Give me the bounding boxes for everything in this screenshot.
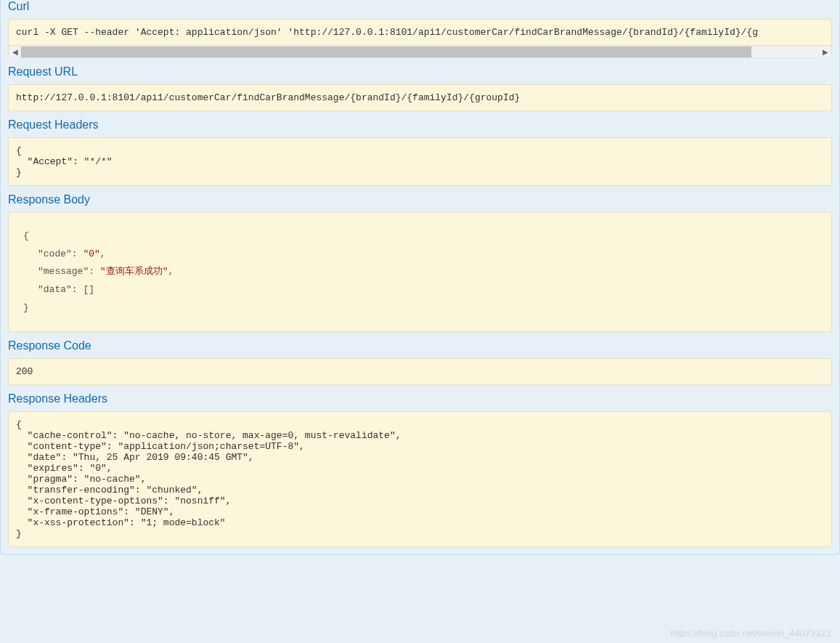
scrollbar-track[interactable]: [21, 46, 819, 57]
curl-block: curl -X GET --header 'Accept: applicatio…: [8, 19, 832, 58]
response-body-block[interactable]: { "code": "0", "message": "查询车系成功", "dat…: [8, 212, 832, 332]
scrollbar-thumb[interactable]: [21, 46, 751, 57]
response-headers-heading: Response Headers: [8, 392, 832, 405]
request-url-block[interactable]: http://127.0.0.1:8101/api1/customerCar/f…: [8, 84, 832, 111]
scroll-left-icon[interactable]: ◀: [9, 46, 21, 58]
json-brace-open: {: [23, 230, 29, 241]
json-key-code: "code": [38, 248, 72, 259]
request-headers-heading: Request Headers: [8, 118, 832, 132]
scroll-right-icon[interactable]: ▶: [819, 46, 831, 58]
json-val-data: []: [83, 284, 94, 295]
response-headers-block[interactable]: { "cache-control": "no-cache, no-store, …: [8, 411, 832, 547]
json-val-code: "0": [83, 248, 99, 259]
curl-heading: Curl: [8, 0, 832, 13]
response-code-heading: Response Code: [8, 339, 832, 352]
curl-content[interactable]: curl -X GET --header 'Accept: applicatio…: [9, 27, 831, 38]
response-body-heading: Response Body: [8, 193, 832, 206]
json-key-data: "data": [38, 284, 72, 295]
request-headers-block[interactable]: { "Accept": "*/*" }: [8, 137, 832, 186]
request-url-heading: Request URL: [8, 65, 832, 78]
json-key-message: "message": [38, 266, 89, 277]
response-code-block[interactable]: 200: [8, 358, 832, 385]
curl-scrollbar[interactable]: ◀ ▶: [9, 45, 831, 57]
api-response-panel: Curl curl -X GET --header 'Accept: appli…: [0, 0, 840, 555]
json-val-message: "查询车系成功": [100, 266, 168, 277]
json-brace-close: }: [23, 302, 29, 313]
